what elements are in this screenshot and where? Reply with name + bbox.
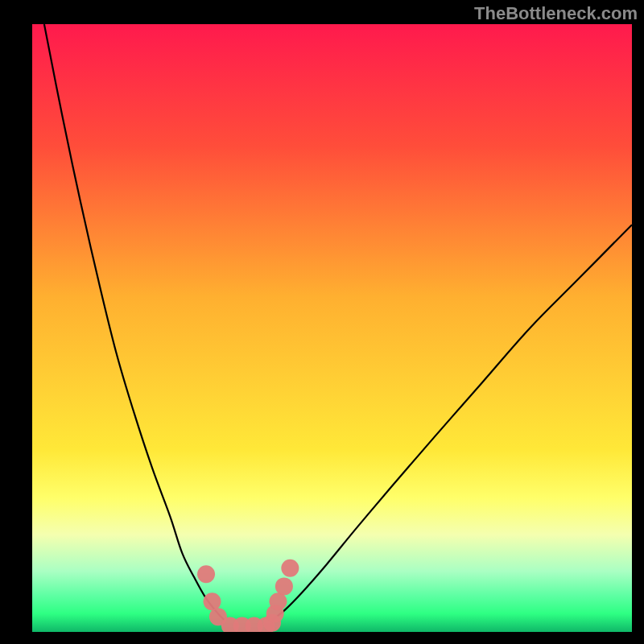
chart-frame: TheBottleneck.com bbox=[0, 0, 644, 644]
marker-dot bbox=[281, 559, 299, 577]
marker-dot bbox=[197, 565, 215, 583]
gradient-background bbox=[32, 24, 632, 632]
marker-dot bbox=[269, 592, 287, 610]
marker-dot bbox=[204, 592, 221, 610]
chart-svg bbox=[32, 24, 632, 632]
plot-area bbox=[32, 24, 632, 632]
watermark-text: TheBottleneck.com bbox=[474, 3, 638, 24]
marker-dot bbox=[275, 577, 293, 595]
